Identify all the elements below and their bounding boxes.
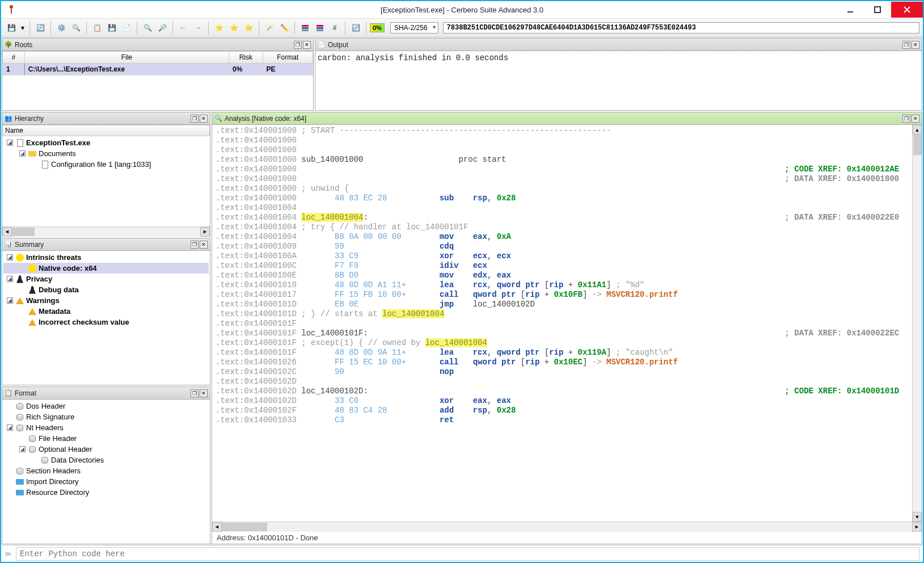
svg-rect-8 (302, 30, 309, 31)
tree-item[interactable]: Metadata (3, 306, 209, 317)
svg-rect-2 (847, 11, 853, 12)
star-1-button[interactable]: ⭐ (212, 21, 226, 35)
summary-panel: 📊Summary❐✕ ◢Intrinsic threatsNative code… (2, 238, 210, 385)
output-float-button[interactable]: ❐ (902, 41, 910, 49)
maximize-button[interactable] (864, 2, 891, 18)
tree-item[interactable]: Data Directories (3, 455, 209, 465)
summary-icon: 📊 (5, 241, 12, 249)
tree-toggle[interactable]: ◢ (7, 276, 13, 282)
tree-item[interactable]: ◢Nt Headers (3, 422, 209, 433)
bars-1-button[interactable] (298, 21, 312, 35)
tree-toggle[interactable]: ◢ (7, 425, 13, 431)
radiation-icon (15, 254, 24, 262)
roots-float-button[interactable]: ❐ (294, 41, 302, 49)
analysis-float-button[interactable]: ❐ (902, 115, 910, 123)
format-icon: 📋 (5, 389, 12, 397)
roots-close-button[interactable]: ✕ (303, 41, 311, 49)
folderblue-icon (15, 489, 24, 497)
output-panel: 📄Output❐✕ carbon: analysis finished in 0… (315, 38, 922, 111)
copy-button[interactable]: 📋 (90, 21, 104, 35)
main-toolbar: 💾 ▾ 🔄 ⚙️ 🔍 📋 💾 📄 🔍 🔎 ← → ⭐ ⭐ ⭐ 🪄 ✏️ # 🔃 … (1, 18, 923, 37)
tree-item[interactable]: ◢Warnings (3, 295, 209, 306)
svg-rect-1 (11, 8, 12, 14)
format-close-button[interactable]: ✕ (200, 389, 208, 397)
analysis-vscrollbar[interactable]: ▲▼ (912, 125, 922, 522)
table-row[interactable]: 1 C:\Users\...\ExceptionTest.exe 0% PE (3, 64, 313, 75)
disassembly-view[interactable]: .text:0x140001000 ; START --------------… (212, 125, 912, 426)
star-2-button[interactable]: ⭐ (227, 21, 241, 35)
zoom-out-button[interactable]: 🔍 (141, 21, 154, 35)
tree-toggle[interactable]: ◢ (19, 446, 26, 452)
svg-rect-6 (302, 25, 309, 27)
back-button[interactable]: ← (176, 21, 190, 35)
roots-icon: 🌳 (5, 41, 12, 49)
star-3-button[interactable]: ⭐ (242, 21, 255, 35)
db-icon (15, 424, 24, 432)
save-button[interactable]: 💾 (5, 21, 18, 35)
db-icon (15, 467, 24, 475)
bars-2-button[interactable] (313, 21, 327, 35)
hierarchy-scrollbar[interactable]: ◄► (2, 226, 210, 236)
summary-float-button[interactable]: ❐ (191, 241, 199, 249)
reload-button[interactable]: 🔃 (349, 21, 362, 35)
analysis-hscrollbar[interactable]: ◄► (212, 522, 922, 531)
page-icon (15, 139, 24, 147)
roots-table[interactable]: #FileRiskFormat 1 C:\Users\...\Exception… (2, 51, 313, 75)
svg-rect-10 (317, 27, 323, 29)
tree-toggle[interactable]: ◢ (7, 254, 13, 261)
hash-algo-select[interactable]: SHA-2/256 (390, 22, 438, 33)
output-text[interactable]: carbon: analysis finished in 0.0 seconds (315, 51, 922, 110)
tree-item[interactable]: ◢Optional Header (3, 444, 209, 455)
warn-icon (28, 318, 37, 326)
python-input[interactable] (16, 547, 919, 561)
hash-button[interactable]: # (328, 21, 341, 35)
tree-item[interactable]: Section Headers (3, 465, 209, 476)
hierarchy-float-button[interactable]: ❐ (191, 115, 199, 123)
roots-panel: 🌳Roots❐✕ #FileRiskFormat 1 C:\Users\...\… (2, 38, 314, 111)
python-icon: ≫ (5, 550, 14, 558)
tree-item[interactable]: ◢Documents (3, 148, 209, 159)
hierarchy-close-button[interactable]: ✕ (200, 115, 208, 123)
tree-item[interactable]: Import Directory (3, 476, 209, 487)
tree-item[interactable]: Debug data (3, 284, 209, 295)
format-panel: 📋Format❐✕ Dos HeaderRich Signature◢Nt He… (2, 386, 210, 544)
refresh-button[interactable]: 🔄 (33, 21, 47, 35)
tree-toggle[interactable]: ◢ (19, 150, 26, 157)
analysis-close-button[interactable]: ✕ (912, 115, 919, 123)
gear-button[interactable]: ⚙️ (54, 21, 68, 35)
tree-item[interactable]: Resource Directory (3, 487, 209, 498)
hash-value-field[interactable]: 7838B251CD0CDE106297D48CAE6404D1A3D615C8… (443, 22, 919, 33)
close-button[interactable] (891, 2, 923, 18)
tree-item[interactable]: Rich Signature (3, 411, 209, 422)
output-close-button[interactable]: ✕ (912, 41, 919, 49)
tree-item[interactable]: File Header (3, 433, 209, 444)
tree-item[interactable]: ◢Privacy (3, 274, 209, 284)
disk-button[interactable]: 💾 (105, 21, 119, 35)
tree-item[interactable]: Native code: x64 (3, 263, 209, 274)
zoom-in-button[interactable]: 🔎 (155, 21, 169, 35)
db-icon (28, 435, 37, 443)
tree-item[interactable]: ◢Intrinsic threats (3, 252, 209, 263)
tree-item[interactable]: Dos Header (3, 401, 209, 411)
summary-close-button[interactable]: ✕ (200, 241, 208, 249)
wand-button[interactable]: 🪄 (263, 21, 276, 35)
format-float-button[interactable]: ❐ (191, 389, 199, 397)
save-dropdown[interactable]: ▾ (19, 21, 26, 35)
clipboard-button[interactable]: 📄 (120, 21, 133, 35)
db-icon (28, 446, 37, 453)
radiation-icon (28, 264, 37, 272)
folder-icon (28, 150, 37, 158)
tree-item[interactable]: ◢ExceptionTest.exe (3, 137, 209, 148)
minimize-button[interactable] (837, 2, 864, 18)
tree-toggle[interactable]: ◢ (7, 140, 13, 146)
analysis-icon: 🔍 (214, 115, 222, 123)
hierarchy-panel: 👥Hierarchy❐✕ Name ◢ExceptionTest.exe◢Doc… (2, 112, 210, 237)
forward-button[interactable]: → (191, 21, 205, 35)
tree-item[interactable]: Configuration file 1 [lang:1033] (3, 159, 209, 170)
svg-rect-9 (317, 25, 323, 27)
pencil-button[interactable]: ✏️ (277, 21, 291, 35)
tree-item[interactable]: Incorrect checksum value (3, 317, 209, 327)
search-button[interactable]: 🔍 (69, 21, 83, 35)
risk-badge: 0% (370, 23, 385, 32)
tree-toggle[interactable]: ◢ (7, 297, 13, 304)
